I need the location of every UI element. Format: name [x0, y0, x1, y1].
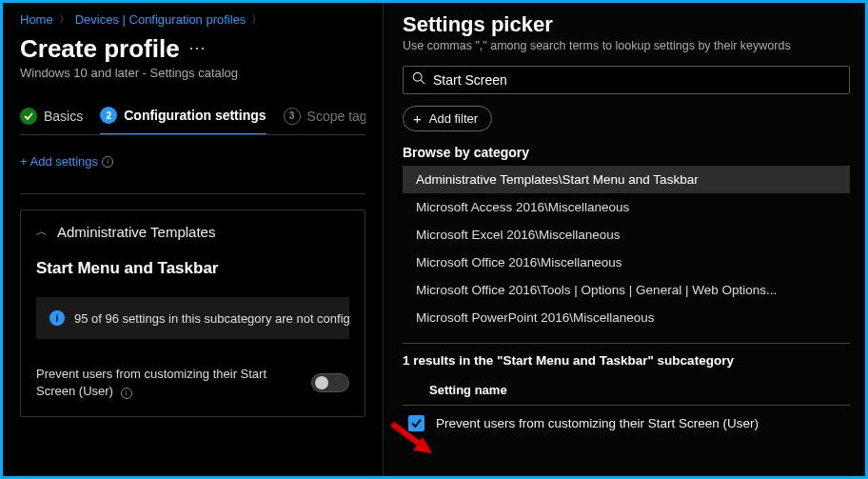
add-filter-label: Add filter: [429, 111, 478, 126]
divider: [403, 343, 850, 344]
svg-line-1: [421, 80, 424, 84]
step-configuration-settings[interactable]: 2 Configuration settings: [100, 107, 266, 135]
page-title: Create profile: [20, 34, 180, 64]
wizard-stepper: Basics 2 Configuration settings 3 Scope …: [20, 107, 365, 135]
category-item[interactable]: Administrative Templates\Start Menu and …: [403, 166, 850, 193]
setting-label: Prevent users from customizing their Sta…: [36, 367, 266, 398]
step-scope-tags[interactable]: 3 Scope tags: [284, 108, 365, 134]
result-row[interactable]: Prevent users from customizing their Sta…: [403, 406, 850, 437]
browse-heading: Browse by category: [403, 145, 850, 160]
setting-toggle[interactable]: [311, 373, 349, 392]
search-box[interactable]: [403, 66, 850, 94]
category-toggle[interactable]: ︿ Administrative Templates: [36, 224, 349, 240]
breadcrumb-home[interactable]: Home: [20, 12, 53, 27]
category-list: Administrative Templates\Start Menu and …: [403, 166, 850, 331]
checkbox-checked[interactable]: [408, 415, 424, 431]
breadcrumb-devices[interactable]: Devices | Configuration profiles: [75, 12, 247, 27]
step-label: Basics: [44, 109, 83, 124]
category-item[interactable]: Microsoft Office 2016\Miscellaneous: [403, 249, 850, 276]
subcategory-title: Start Menu and Taskbar: [36, 259, 349, 278]
category-item[interactable]: Microsoft Excel 2016\Miscellaneous: [403, 221, 850, 249]
result-label: Prevent users from customizing their Sta…: [436, 416, 759, 430]
info-banner-text: 95 of 96 settings in this subcategory ar…: [74, 311, 349, 326]
info-banner: i 95 of 96 settings in this subcategory …: [36, 297, 349, 339]
check-icon: [20, 108, 37, 125]
picker-subtitle: Use commas "," among search terms to loo…: [403, 39, 850, 52]
category-item[interactable]: Microsoft PowerPoint 2016\Miscellaneous: [403, 304, 850, 331]
svg-point-0: [413, 72, 422, 81]
search-input[interactable]: [433, 72, 840, 88]
divider: [20, 193, 365, 194]
setting-row: Prevent users from customizing their Sta…: [36, 366, 349, 399]
chevron-right-icon: 〉: [59, 12, 69, 27]
search-icon: [412, 71, 425, 89]
info-icon: i: [49, 310, 65, 326]
category-item[interactable]: Microsoft Access 2016\Miscellaneous: [403, 193, 850, 221]
page-subtitle: Windows 10 and later - Settings catalog: [20, 66, 365, 80]
picker-title: Settings picker: [403, 12, 850, 37]
add-settings-button[interactable]: + Add settings i: [20, 154, 113, 169]
category-title: Administrative Templates: [57, 224, 215, 240]
plus-icon: +: [413, 111, 422, 126]
add-filter-button[interactable]: + Add filter: [403, 106, 492, 131]
chevron-up-icon: ︿: [36, 224, 48, 240]
chevron-right-icon: 〉: [251, 12, 262, 27]
info-icon: i: [102, 156, 113, 168]
info-icon: i: [121, 388, 132, 399]
breadcrumb: Home 〉 Devices | Configuration profiles …: [20, 12, 365, 27]
step-number-icon: 2: [100, 107, 117, 124]
step-label: Configuration settings: [124, 108, 266, 123]
add-settings-label: + Add settings: [20, 154, 98, 169]
column-header[interactable]: Setting name: [403, 377, 850, 406]
category-item[interactable]: Microsoft Office 2016\Tools | Options | …: [403, 276, 850, 304]
more-actions-button[interactable]: ···: [189, 38, 207, 62]
category-card: ︿ Administrative Templates Start Menu an…: [20, 210, 365, 417]
step-basics[interactable]: Basics: [20, 108, 83, 134]
step-number-icon: 3: [284, 108, 301, 125]
step-label: Scope tags: [307, 109, 365, 124]
results-heading: 1 results in the "Start Menu and Taskbar…: [403, 353, 850, 368]
